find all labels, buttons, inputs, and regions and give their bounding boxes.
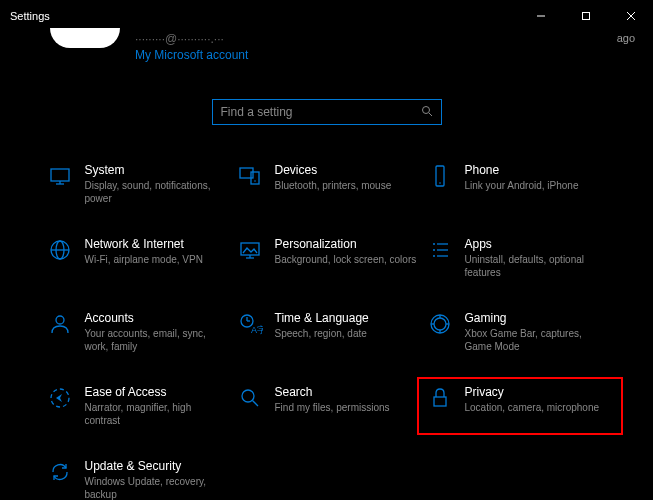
settings-grid: SystemDisplay, sound, notifications, pow… (0, 163, 653, 500)
tile-network[interactable]: Network & InternetWi-Fi, airplane mode, … (47, 237, 227, 279)
minimize-button[interactable] (518, 0, 563, 32)
tile-desc: Bluetooth, printers, mouse (275, 179, 392, 192)
svg-point-32 (434, 318, 446, 330)
tile-title: Gaming (465, 311, 607, 325)
tile-time[interactable]: A字Time & LanguageSpeech, region, date (237, 311, 417, 353)
tile-system[interactable]: SystemDisplay, sound, notifications, pow… (47, 163, 227, 205)
svg-rect-17 (241, 243, 259, 255)
account-header: ·········@··········.··· My Microsoft ac… (0, 32, 653, 77)
window-title: Settings (10, 10, 518, 22)
maximize-button[interactable] (563, 0, 608, 32)
tile-title: System (85, 163, 227, 177)
tile-title: Phone (465, 163, 579, 177)
content-area: SystemDisplay, sound, notifications, pow… (0, 77, 653, 500)
svg-rect-40 (434, 397, 446, 406)
network-icon (47, 237, 73, 263)
tile-ease[interactable]: Ease of AccessNarrator, magnifier, high … (47, 385, 227, 427)
ago-label: ago (617, 32, 635, 44)
search-icon (421, 105, 433, 120)
search-box[interactable] (212, 99, 442, 125)
account-email: ·········@··········.··· (135, 32, 248, 46)
svg-rect-6 (51, 169, 69, 181)
tile-desc: Your accounts, email, sync, work, family (85, 327, 227, 353)
svg-point-11 (254, 180, 256, 182)
apps-icon (427, 237, 453, 263)
avatar (50, 28, 120, 48)
ms-account-link[interactable]: My Microsoft account (135, 48, 248, 62)
close-button[interactable] (608, 0, 653, 32)
time-icon: A字 (237, 311, 263, 337)
search-input[interactable] (221, 105, 421, 119)
tile-phone[interactable]: PhoneLink your Android, iPhone (427, 163, 607, 205)
svg-point-26 (56, 316, 64, 324)
tile-personalization[interactable]: PersonalizationBackground, lock screen, … (237, 237, 417, 279)
tile-title: Ease of Access (85, 385, 227, 399)
tile-search_tile[interactable]: SearchFind my files, permissions (237, 385, 417, 427)
personalization-icon (237, 237, 263, 263)
tile-title: Personalization (275, 237, 417, 251)
privacy-icon (427, 385, 453, 411)
tile-title: Network & Internet (85, 237, 203, 251)
accounts-icon (47, 311, 73, 337)
tile-apps[interactable]: AppsUninstall, defaults, optional featur… (427, 237, 607, 279)
tile-desc: Narrator, magnifier, high contrast (85, 401, 227, 427)
tile-desc: Find my files, permissions (275, 401, 390, 414)
update-icon (47, 459, 73, 485)
tile-title: Devices (275, 163, 392, 177)
tile-title: Apps (465, 237, 607, 251)
tile-title: Search (275, 385, 390, 399)
svg-line-5 (429, 113, 432, 116)
svg-line-39 (252, 401, 258, 407)
tile-privacy[interactable]: PrivacyLocation, camera, microphone (427, 385, 607, 427)
tile-desc: Uninstall, defaults, optional features (465, 253, 607, 279)
svg-point-38 (242, 390, 254, 402)
tile-title: Update & Security (85, 459, 227, 473)
ease-icon (47, 385, 73, 411)
tile-desc: Location, camera, microphone (465, 401, 600, 414)
search_tile-icon (237, 385, 263, 411)
svg-rect-1 (582, 13, 589, 20)
tile-update[interactable]: Update & SecurityWindows Update, recover… (47, 459, 227, 500)
svg-text:A字: A字 (251, 325, 263, 335)
gaming-icon (427, 311, 453, 337)
tile-title: Accounts (85, 311, 227, 325)
tile-gaming[interactable]: GamingXbox Game Bar, captures, Game Mode (427, 311, 607, 353)
tile-desc: Wi-Fi, airplane mode, VPN (85, 253, 203, 266)
tile-desc: Windows Update, recovery, backup (85, 475, 227, 500)
tile-desc: Xbox Game Bar, captures, Game Mode (465, 327, 607, 353)
tile-title: Time & Language (275, 311, 369, 325)
tile-title: Privacy (465, 385, 600, 399)
tile-desc: Background, lock screen, colors (275, 253, 417, 266)
tile-devices[interactable]: DevicesBluetooth, printers, mouse (237, 163, 417, 205)
window-controls (518, 0, 653, 32)
tile-desc: Speech, region, date (275, 327, 369, 340)
phone-icon (427, 163, 453, 189)
svg-point-4 (422, 106, 429, 113)
tile-desc: Link your Android, iPhone (465, 179, 579, 192)
svg-point-13 (439, 182, 441, 184)
system-icon (47, 163, 73, 189)
tile-accounts[interactable]: AccountsYour accounts, email, sync, work… (47, 311, 227, 353)
devices-icon (237, 163, 263, 189)
tile-desc: Display, sound, notifications, power (85, 179, 227, 205)
